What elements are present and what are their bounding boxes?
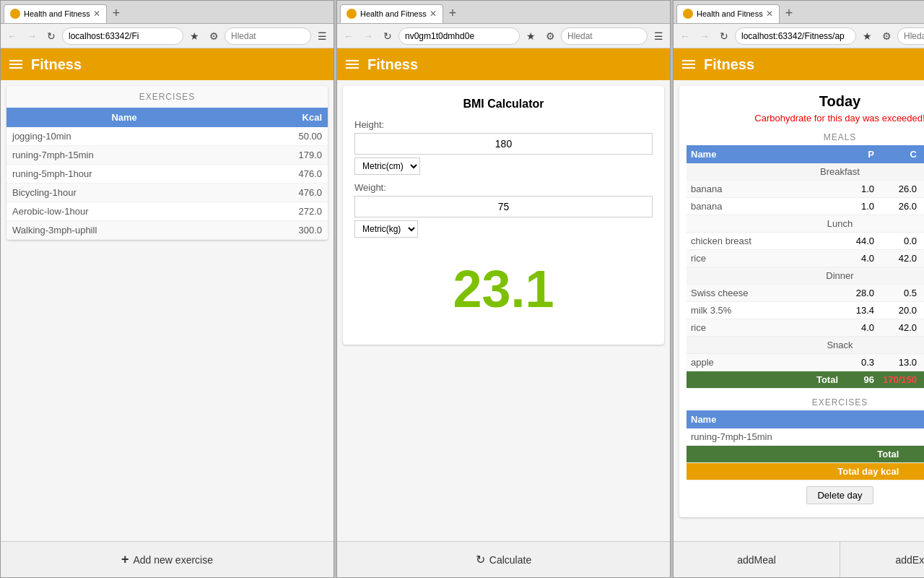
today-panel: Today Carbohydrate for this day was exce… (679, 86, 924, 517)
total-label: Total (687, 371, 842, 389)
weight-input[interactable] (354, 196, 653, 217)
back-btn-3[interactable]: ← (676, 27, 694, 45)
meal-p: 13.4 (842, 302, 879, 319)
back-btn-2[interactable]: ← (340, 27, 357, 45)
delete-day-button[interactable]: Delete day (806, 486, 873, 504)
ex-kcal: 179.0 (903, 428, 924, 446)
main-content-2: BMI Calculator Height: Metric(cm) Weight… (337, 80, 670, 541)
menu-btn-2[interactable]: ☰ (650, 27, 667, 45)
table-row: runing-7mph-15min179.0 (6, 146, 328, 165)
meal-name: apple (687, 354, 842, 371)
meal-p: 4.0 (842, 250, 879, 267)
address-bar-2[interactable] (398, 27, 520, 45)
exercise-kcal: 50.00 (242, 127, 328, 146)
tab-title-1: Health and Fitness (24, 9, 90, 18)
tab-1[interactable]: Health and Fitness ✕ (4, 4, 107, 23)
reload-btn-3[interactable]: ↻ (715, 27, 733, 45)
forward-btn-3[interactable]: → (696, 27, 713, 45)
col-name: Name (687, 145, 842, 163)
forward-btn-2[interactable]: → (359, 27, 377, 45)
total-p: 96 (842, 371, 879, 389)
bookmark-btn-3[interactable]: ★ (858, 27, 876, 45)
meal-name: milk 3.5% (687, 302, 842, 319)
tab-close-1[interactable]: ✕ (93, 9, 100, 19)
search-bar-3[interactable] (897, 27, 924, 45)
tab-favicon-1 (10, 9, 20, 19)
table-row: banana 1.0 26.0 0.2 109.8 (687, 198, 924, 215)
tools-btn-3[interactable]: ⚙ (878, 27, 895, 45)
table-row: banana 1.0 26.0 0.2 109.8 (687, 181, 924, 198)
browser-window-1: Health and Fitness ✕ + ← → ↻ ★ ⚙ ☰ Fitne… (0, 0, 334, 578)
weight-unit-select[interactable]: Metric(kg) (354, 220, 418, 238)
back-btn-1[interactable]: ← (4, 27, 21, 45)
hamburger-2[interactable] (346, 60, 359, 69)
tab-2[interactable]: Health and Fitness ✕ (340, 4, 443, 23)
address-bar-1[interactable] (62, 27, 183, 45)
forward-btn-1[interactable]: → (23, 27, 40, 45)
browser-window-3: Health and Fitness ✕ + ← → ↻ ★ ⚙ ☰ Fitne… (673, 0, 924, 578)
hamburger-1[interactable] (9, 60, 22, 69)
snack-label: Snack (687, 337, 924, 354)
meal-f: 0.5 (921, 319, 924, 337)
exercises-section-title: EXERCISES (6, 86, 328, 108)
bookmark-btn-2[interactable]: ★ (522, 27, 539, 45)
plus-icon: + (121, 552, 129, 567)
warning-text: Carbohydrate for this day was exceeded! (687, 113, 924, 124)
app-content-2: Fitness BMI Calculator Height: Metric(cm… (337, 48, 670, 577)
new-tab-btn-1[interactable]: + (110, 6, 123, 21)
main-content-3: Today Carbohydrate for this day was exce… (674, 80, 924, 541)
add-exercise-label: Add new exercise (134, 554, 214, 566)
tab-3[interactable]: Health and Fitness ✕ (676, 4, 780, 23)
hamburger-3[interactable] (682, 60, 695, 69)
search-bar-1[interactable] (225, 27, 311, 45)
total-c: 170/150 (879, 371, 921, 389)
bmi-content: BMI Calculator Height: Metric(cm) Weight… (343, 86, 664, 345)
calculate-bar[interactable]: ↻ Calculate (337, 541, 670, 577)
nav-bar-2: ← → ↻ ★ ⚙ ☰ (337, 24, 670, 48)
ex-total-row: Total -179.0 (687, 446, 924, 463)
exercise-name: runing-5mph-1hour (6, 165, 242, 184)
today-content: Today Carbohydrate for this day was exce… (679, 86, 924, 517)
app-header-3: Fitness (674, 48, 924, 80)
bmi-title: BMI Calculator (354, 98, 653, 111)
new-tab-btn-3[interactable]: + (783, 6, 796, 21)
meal-name: Swiss cheese (687, 285, 842, 302)
tools-btn-1[interactable]: ⚙ (205, 27, 222, 45)
meal-p: 1.0 (842, 181, 879, 198)
meal-c: 0.5 (879, 285, 921, 302)
meal-f: 0.4 (921, 354, 924, 371)
meal-name: rice (687, 319, 842, 337)
weight-group: Weight: Metric(kg) (354, 182, 653, 238)
meal-f: 0.5 (921, 250, 924, 267)
exercise-kcal: 179.0 (242, 146, 328, 165)
bookmark-btn-1[interactable]: ★ (186, 27, 203, 45)
today-exercises-section: EXERCISES Name Kcal (687, 394, 924, 510)
table-row: rice 4.0 42.0 0.5 188.5 (687, 250, 924, 267)
delete-btn-row: Delete day (687, 480, 924, 510)
height-group: Height: Metric(cm) (354, 119, 653, 175)
tab-bar-2: Health and Fitness ✕ + (337, 1, 670, 24)
height-unit-select[interactable]: Metric(cm) (354, 158, 420, 175)
height-input[interactable] (354, 133, 653, 155)
add-exercise-button[interactable]: addExercise (840, 541, 924, 577)
menu-btn-1[interactable]: ☰ (313, 27, 331, 45)
reload-btn-1[interactable]: ↻ (43, 27, 60, 45)
tab-close-2[interactable]: ✕ (430, 9, 437, 19)
ex-total-label: Total (687, 446, 903, 463)
tab-favicon-3 (683, 9, 693, 19)
reload-btn-2[interactable]: ↻ (379, 27, 396, 45)
tab-close-3[interactable]: ✕ (766, 9, 773, 19)
search-bar-2[interactable] (561, 27, 648, 45)
add-meal-button[interactable]: addMeal (674, 541, 840, 577)
tools-btn-2[interactable]: ⚙ (541, 27, 559, 45)
app-content-3: Fitness Today Carbohydrate for this day … (674, 48, 924, 577)
meal-f: 6.0 (921, 302, 924, 319)
new-tab-btn-2[interactable]: + (446, 6, 460, 21)
meals-section: MEALS Name P C F Kcal (687, 129, 924, 389)
today-exercises-table: Name Kcal runing-7mph-15min 179.0 (687, 410, 924, 480)
exercise-name: runing-7mph-15min (6, 146, 242, 165)
table-row: apple 0.3 13.0 0.4 56.8 (687, 354, 924, 371)
address-bar-3[interactable] (735, 27, 856, 45)
meals-section-title: MEALS (687, 129, 924, 145)
add-exercise-bar[interactable]: + Add new exercise (1, 541, 334, 577)
